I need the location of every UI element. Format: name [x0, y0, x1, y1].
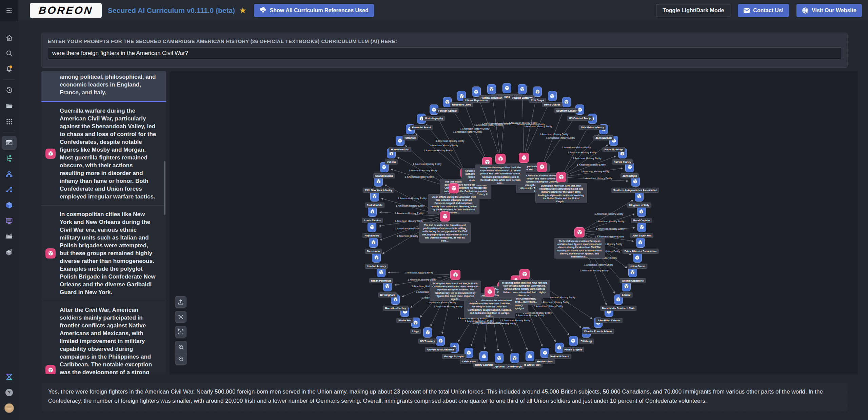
graph-node-label: Caleb Huse [460, 359, 478, 364]
user-avatar[interactable] [2, 401, 17, 415]
show-references-button[interactable]: Show All Curriculum References Used [254, 4, 374, 17]
starred-package-button[interactable] [2, 245, 17, 259]
fit-view-button[interactable] [175, 326, 186, 338]
cube-view-button[interactable] [2, 198, 17, 212]
network-button[interactable] [2, 183, 17, 197]
prompt-panel: ENTER YOUR PROMPTS FOR THE SECURED CAMBR… [41, 33, 848, 68]
apps-button[interactable] [2, 114, 17, 129]
graph-hub-node[interactable] [519, 153, 529, 163]
flowchart-button[interactable] [2, 167, 17, 181]
graph-entity-node[interactable] [479, 351, 488, 361]
history-button[interactable] [2, 83, 17, 97]
graph-node-label: Louis Blenker [362, 218, 383, 223]
star-icon[interactable]: ★ [239, 6, 246, 15]
home-button[interactable] [2, 31, 17, 45]
graph-node-label: Southern Independence Association [611, 188, 659, 193]
graph-entity-node[interactable] [635, 191, 644, 202]
cube-icon [425, 329, 430, 335]
graph-node-label: Union Cause [628, 264, 647, 269]
sidebar-toggle-button[interactable] [0, 0, 18, 21]
passages-scrollbar-thumb[interactable] [164, 161, 165, 215]
zoom-in-button[interactable] [175, 341, 187, 353]
passage-card[interactable]: In cosmopolitan cities like New York and… [41, 205, 166, 301]
reference-chip[interactable] [45, 149, 56, 159]
graph-node-label: Italian Peninsula [369, 278, 393, 283]
graph-node-label: Financial Fraud [410, 125, 433, 130]
graph-entity-node[interactable] [369, 237, 378, 248]
cube-icon [639, 209, 644, 214]
prompt-input[interactable] [48, 47, 841, 59]
brand-mark-icon [5, 373, 14, 381]
curriculum-panel-button[interactable] [2, 136, 17, 150]
files-button[interactable] [2, 99, 17, 113]
fit-view-icon [178, 329, 184, 335]
graph-entity-node[interactable] [510, 353, 519, 363]
graph-entity-node[interactable] [368, 222, 376, 232]
graph-hub-node[interactable] [519, 269, 530, 279]
passage-text: Guerrilla warfare during the American Ci… [60, 107, 157, 201]
passage-card[interactable]: After the Civil War, American soldiers m… [41, 301, 166, 374]
graph-entity-node[interactable] [637, 222, 646, 232]
graph-entity-node[interactable] [637, 207, 646, 217]
reference-chip[interactable] [45, 248, 56, 259]
zoom-out-button[interactable] [175, 353, 187, 364]
graph-hub-node[interactable] [440, 211, 450, 222]
cube-icon [370, 224, 375, 230]
relayout-button[interactable] [175, 311, 186, 323]
graph-hub-node[interactable] [450, 270, 460, 280]
toggle-theme-button[interactable]: Toggle Light/Dark Mode [656, 4, 730, 17]
passage-text: among political, philosophical, and econ… [60, 73, 157, 96]
graph-hub-node[interactable] [574, 227, 585, 237]
flowchart-icon [5, 170, 13, 178]
graph-node-label: John Elliot Cairnes [595, 318, 623, 323]
graph-entity-node[interactable] [495, 353, 504, 363]
app-title: Secured AI Curriculum v0.111.0 (beta) [108, 6, 235, 15]
home-icon [5, 34, 13, 42]
cube-icon [413, 320, 418, 326]
graph-hub-node[interactable] [449, 183, 459, 193]
graph-entity-node[interactable] [569, 336, 578, 346]
graph-hub-node[interactable] [495, 154, 506, 164]
graph-entity-node[interactable] [633, 252, 642, 263]
pipeline-button[interactable] [2, 151, 17, 166]
cube-icon [616, 297, 621, 302]
graph-entity-node[interactable] [487, 84, 496, 94]
passage-card[interactable]: among political, philosophical, and econ… [41, 71, 166, 102]
retro-monitor-icon [5, 217, 13, 225]
notifications-button[interactable] [2, 62, 17, 76]
cube-icon [48, 150, 54, 157]
starred-folder-button[interactable] [2, 229, 17, 244]
logo[interactable]: BOREON [30, 3, 102, 18]
help-button[interactable]: ? [2, 385, 17, 400]
graph-node-label: Political Rebellion [478, 95, 505, 100]
graph-entity-node[interactable] [436, 336, 445, 346]
graph-entity-node[interactable] [636, 237, 645, 248]
cube-icon [522, 271, 528, 278]
website-button[interactable]: Visit Our Website [796, 4, 862, 17]
export-graph-button[interactable] [175, 296, 186, 308]
graph-hub-node[interactable] [485, 287, 495, 297]
contact-button[interactable]: Contact Us! [738, 4, 789, 17]
graph-entity-node[interactable] [548, 91, 557, 101]
graph-entity-node[interactable] [502, 83, 511, 93]
retro-monitor-button[interactable] [2, 214, 17, 228]
graph-hub-node[interactable] [537, 162, 547, 172]
brand-mark-button[interactable] [2, 370, 17, 384]
graph-entity-node[interactable] [518, 84, 527, 94]
graph-entity-node[interactable] [423, 327, 432, 338]
graph-entity-node[interactable] [526, 351, 534, 361]
graph-entity-node[interactable] [370, 191, 379, 202]
search-button[interactable] [2, 46, 17, 60]
passage-card[interactable]: Guerrilla warfare during the American Ci… [41, 102, 166, 205]
cube-icon [539, 164, 545, 170]
cube-icon [521, 154, 527, 161]
graph-node-label: Marcellus Hartley [383, 306, 408, 311]
graph-hub-node[interactable] [556, 172, 566, 182]
graph-entity-node[interactable] [562, 97, 571, 107]
graph-node-label: Manchester Southern Club [600, 306, 636, 311]
cube-icon [535, 89, 540, 95]
graph-node-label: Turnverein [365, 249, 382, 254]
reference-chip[interactable] [45, 365, 56, 374]
graph-entity-node[interactable] [372, 252, 381, 263]
graph-entity-node[interactable] [368, 207, 377, 217]
